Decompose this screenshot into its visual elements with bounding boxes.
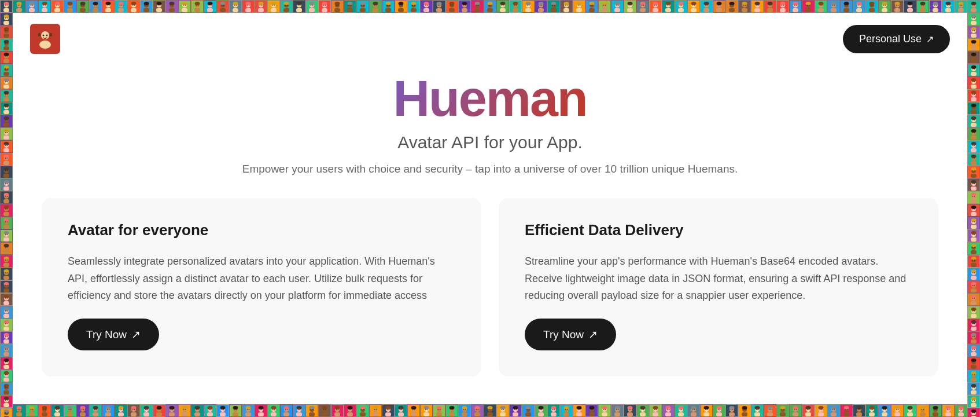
avatar-border-cell xyxy=(102,0,115,13)
svg-point-267 xyxy=(564,2,569,5)
svg-point-221 xyxy=(465,5,466,6)
svg-point-1269 xyxy=(971,282,977,286)
svg-point-603 xyxy=(284,406,289,409)
hero-subtitle: Avatar API for your App. xyxy=(13,133,967,152)
svg-point-1173 xyxy=(971,78,977,82)
svg-point-46 xyxy=(94,5,95,6)
svg-rect-776 xyxy=(653,412,658,416)
svg-point-58 xyxy=(120,5,121,6)
avatar-border-cell xyxy=(700,0,713,13)
avatar-border-cell xyxy=(815,404,827,417)
svg-point-687 xyxy=(462,406,467,409)
avatar-border-cell xyxy=(318,404,331,417)
svg-point-357 xyxy=(755,2,760,5)
svg-point-370 xyxy=(782,5,783,6)
svg-point-257 xyxy=(541,5,543,6)
svg-point-105 xyxy=(220,2,226,5)
card-1-title: Avatar for everyone xyxy=(68,221,455,239)
svg-point-622 xyxy=(323,409,325,410)
svg-point-142 xyxy=(298,5,299,6)
svg-rect-680 xyxy=(449,412,455,416)
avatar-border-cell xyxy=(789,0,802,13)
svg-rect-896 xyxy=(907,412,913,416)
svg-point-837 xyxy=(780,406,786,409)
svg-point-141 xyxy=(297,2,302,5)
svg-point-539 xyxy=(147,409,148,410)
avatar-border-cell xyxy=(751,0,764,13)
svg-point-197 xyxy=(414,5,415,6)
svg-point-952 xyxy=(5,30,6,31)
svg-point-365 xyxy=(771,5,772,6)
svg-rect-686 xyxy=(462,412,467,416)
svg-rect-860 xyxy=(831,412,837,416)
svg-rect-770 xyxy=(640,412,646,416)
svg-rect-344 xyxy=(729,8,735,12)
svg-point-315 xyxy=(666,2,671,5)
svg-point-250 xyxy=(527,5,528,6)
svg-point-833 xyxy=(771,409,772,410)
svg-point-1019 xyxy=(7,170,8,171)
logo-icon[interactable] xyxy=(30,24,60,54)
svg-point-778 xyxy=(654,409,655,410)
avatar-border-cell xyxy=(216,0,229,13)
svg-point-689 xyxy=(465,409,466,410)
svg-rect-536 xyxy=(143,412,149,416)
svg-point-748 xyxy=(591,409,592,410)
avatar-border-cell xyxy=(967,115,980,127)
svg-rect-638 xyxy=(360,412,366,416)
svg-point-646 xyxy=(374,409,375,410)
svg-point-285 xyxy=(602,2,607,5)
svg-point-381 xyxy=(806,2,811,5)
svg-point-1228 xyxy=(972,196,974,197)
svg-rect-86 xyxy=(182,8,187,12)
svg-point-557 xyxy=(185,409,186,410)
svg-rect-938 xyxy=(3,8,9,12)
svg-rect-422 xyxy=(894,8,900,12)
svg-point-1205 xyxy=(974,145,975,146)
svg-point-791 xyxy=(681,409,683,410)
svg-point-976 xyxy=(5,81,6,82)
svg-point-436 xyxy=(922,5,923,6)
avatar-border-cell xyxy=(713,404,725,417)
try-now-button-1[interactable]: Try Now ↗ xyxy=(68,319,159,350)
svg-point-790 xyxy=(680,409,681,410)
avatar-border-cell xyxy=(369,0,382,13)
avatar-border-cell xyxy=(878,404,891,417)
svg-point-394 xyxy=(832,5,834,6)
avatar-border-cell xyxy=(967,51,980,64)
svg-point-765 xyxy=(628,406,633,409)
svg-point-137 xyxy=(287,5,288,6)
svg-point-1222 xyxy=(972,183,974,184)
svg-rect-1262 xyxy=(971,276,977,280)
svg-rect-308 xyxy=(653,8,658,12)
svg-point-623 xyxy=(325,409,326,410)
avatar-border-cell xyxy=(967,204,980,217)
svg-rect-1148 xyxy=(971,34,977,38)
svg-point-1277 xyxy=(974,298,975,299)
svg-point-1012 xyxy=(5,158,6,159)
personal-use-button[interactable]: Personal Use ↗ xyxy=(843,25,950,53)
svg-point-736 xyxy=(565,409,566,410)
svg-point-531 xyxy=(131,406,137,409)
svg-rect-296 xyxy=(627,8,633,12)
svg-point-917 xyxy=(949,409,950,410)
avatar-border-cell xyxy=(165,404,178,417)
try-now-button-2[interactable]: Try Now ↗ xyxy=(525,319,616,350)
svg-point-71 xyxy=(147,5,148,6)
svg-point-1031 xyxy=(7,196,8,197)
svg-point-551 xyxy=(172,409,174,410)
svg-point-593 xyxy=(261,409,263,410)
svg-point-825 xyxy=(755,406,760,409)
svg-point-1179 xyxy=(971,91,977,94)
avatar-border-cell xyxy=(764,0,776,13)
svg-point-117 xyxy=(246,2,251,5)
svg-rect-884 xyxy=(882,412,887,416)
svg-rect-1274 xyxy=(971,301,977,305)
svg-rect-380 xyxy=(805,8,811,12)
avatar-border-cell xyxy=(369,404,382,417)
svg-point-227 xyxy=(478,5,479,6)
svg-point-429 xyxy=(908,2,913,5)
svg-point-107 xyxy=(223,5,224,6)
svg-rect-578 xyxy=(233,412,238,416)
svg-point-897 xyxy=(908,406,913,409)
